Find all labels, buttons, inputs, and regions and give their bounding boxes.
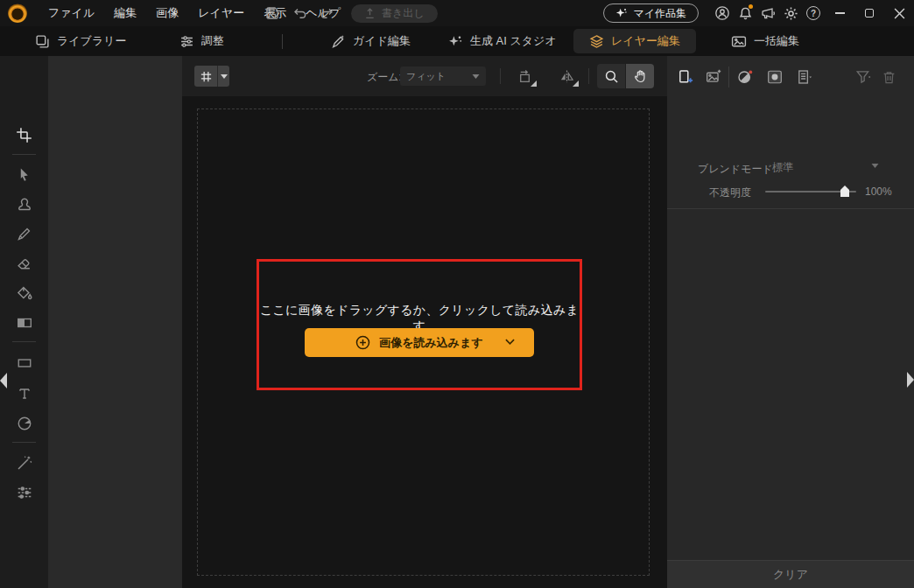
close-icon xyxy=(894,8,905,19)
blend-mode-label: ブレンドモード: xyxy=(698,162,776,177)
eraser-icon xyxy=(17,256,32,271)
load-image-button[interactable]: 画像を読み込みます xyxy=(305,328,534,357)
ai-sparkle-icon xyxy=(448,34,463,49)
clear-button[interactable]: クリア xyxy=(667,560,914,588)
panel-divider xyxy=(667,208,914,209)
save-button[interactable] xyxy=(263,4,282,23)
help-icon: ? xyxy=(806,6,820,20)
tab-batch-edit[interactable]: 一括編集 xyxy=(731,26,799,56)
magnifier-icon xyxy=(604,69,619,84)
tab-library[interactable]: ライブラリー xyxy=(35,26,127,56)
tab-label: レイヤー編集 xyxy=(611,33,680,49)
layers-icon xyxy=(589,34,604,49)
gradient-icon xyxy=(17,315,32,331)
titlebar-actions: 書き出し xyxy=(263,0,438,26)
ellipse-tool-button[interactable] xyxy=(0,412,48,435)
layer-list-button[interactable] xyxy=(793,67,816,87)
my-works-button[interactable]: マイ作品集 xyxy=(603,4,699,23)
app-logo-icon xyxy=(8,4,27,23)
tab-label: ガイド編集 xyxy=(353,33,411,49)
titlebar-right: マイ作品集 ? xyxy=(603,0,914,26)
delete-layer-button[interactable] xyxy=(877,67,900,87)
text-icon xyxy=(18,387,32,401)
brush-icon xyxy=(17,227,32,242)
flip-horizontal-icon xyxy=(559,69,574,84)
collapse-left-arrow[interactable] xyxy=(0,373,7,388)
drop-highlight-box: ここに画像をドラッグするか、クリックして読み込みます 画像を読み込みます xyxy=(257,259,582,390)
zoom-tool-button[interactable] xyxy=(597,64,625,88)
undo-button[interactable] xyxy=(290,4,309,23)
grid-overlay-button[interactable] xyxy=(194,66,217,87)
tab-generative-ai-studio[interactable]: 生成 AI スタジオ xyxy=(448,26,557,56)
mask-button[interactable] xyxy=(763,67,786,87)
tab-label: 生成 AI スタジオ xyxy=(470,33,557,49)
blend-mode-select[interactable]: 標準 xyxy=(772,158,882,177)
eraser-tool-button[interactable] xyxy=(0,252,48,275)
add-layer-button[interactable] xyxy=(674,67,697,87)
paint-bucket-icon xyxy=(17,285,32,301)
fill-tool-button[interactable] xyxy=(0,282,48,304)
opacity-slider-thumb[interactable] xyxy=(840,186,849,197)
chevron-down-icon xyxy=(472,74,480,79)
zoom-label: ズーム: xyxy=(367,70,402,85)
hand-tool-button[interactable] xyxy=(626,64,654,88)
notifications-button[interactable] xyxy=(734,2,756,24)
maximize-button[interactable] xyxy=(854,0,884,26)
rotate-icon xyxy=(517,69,532,84)
magic-wand-tool-button[interactable] xyxy=(0,452,48,474)
tab-label: ライブラリー xyxy=(57,33,127,49)
menu-file[interactable]: ファイル xyxy=(48,5,95,21)
move-tool-button[interactable] xyxy=(0,163,48,186)
blend-mode-value: 標準 xyxy=(772,160,793,175)
adjustment-layer-button[interactable] xyxy=(734,67,756,87)
mask-icon xyxy=(767,69,783,85)
megaphone-icon xyxy=(760,5,776,21)
add-image-layer-button[interactable] xyxy=(702,67,725,87)
chevron-down-icon xyxy=(221,74,228,79)
clone-stamp-tool-button[interactable] xyxy=(0,192,48,215)
opacity-slider[interactable] xyxy=(765,183,856,200)
tool-sidebar xyxy=(0,56,48,588)
tool-divider xyxy=(12,341,36,342)
collapse-right-arrow[interactable] xyxy=(907,372,914,388)
chevron-down-icon[interactable] xyxy=(505,339,515,345)
menu-edit[interactable]: 編集 xyxy=(114,5,137,21)
guided-edit-icon xyxy=(331,34,346,49)
adjustments-icon xyxy=(17,485,32,500)
settings-button[interactable] xyxy=(779,2,802,24)
rotate-button[interactable] xyxy=(511,65,538,88)
menu-layer[interactable]: レイヤー xyxy=(198,5,244,21)
export-icon xyxy=(364,8,376,19)
adjustments-tool-button[interactable] xyxy=(0,481,48,504)
announcements-button[interactable] xyxy=(756,2,779,24)
grid-overlay-control xyxy=(194,66,229,87)
minimize-button[interactable] xyxy=(825,0,854,26)
tab-guided-edit[interactable]: ガイド編集 xyxy=(331,26,411,56)
grid-overlay-dropdown[interactable] xyxy=(217,66,229,87)
zoom-select[interactable]: フィット xyxy=(400,66,486,86)
canvas-area: ここに画像をドラッグするか、クリックして読み込みます 画像を読み込みます xyxy=(182,96,667,588)
chevron-down-icon[interactable] xyxy=(871,164,879,168)
export-button[interactable]: 書き出し xyxy=(351,4,438,23)
help-button[interactable]: ? xyxy=(802,2,825,24)
flip-button[interactable] xyxy=(553,65,580,88)
minimize-icon xyxy=(835,12,845,14)
notification-dot xyxy=(749,4,753,9)
plus-circle-icon xyxy=(355,335,370,350)
library-icon xyxy=(35,34,50,49)
redo-button[interactable] xyxy=(317,4,336,23)
hand-icon xyxy=(633,69,647,83)
canvas-toolbar: ズーム: フィット xyxy=(182,56,667,96)
menu-image[interactable]: 画像 xyxy=(156,5,179,21)
brush-tool-button[interactable] xyxy=(0,222,48,245)
gradient-tool-button[interactable] xyxy=(0,312,48,334)
close-button[interactable] xyxy=(884,0,914,26)
account-button[interactable] xyxy=(711,2,734,24)
tab-adjust[interactable]: 調整 xyxy=(179,26,224,56)
text-tool-button[interactable] xyxy=(0,382,48,405)
crop-tool-button[interactable] xyxy=(0,123,48,146)
rectangle-tool-button[interactable] xyxy=(0,352,48,374)
tab-layer-edit[interactable]: レイヤー編集 xyxy=(573,29,696,53)
filter-layers-button[interactable] xyxy=(852,67,875,87)
ellipse-icon xyxy=(17,416,32,431)
